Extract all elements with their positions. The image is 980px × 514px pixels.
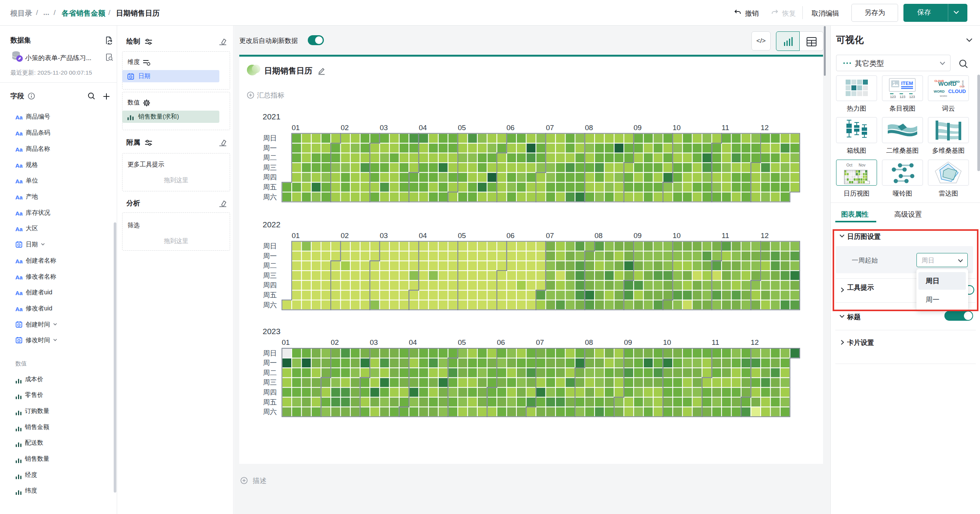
svg-text:09: 09 bbox=[624, 338, 632, 346]
svg-text:05: 05 bbox=[458, 338, 466, 346]
svg-text:11: 11 bbox=[712, 338, 719, 346]
svg-text:Nov: Nov bbox=[859, 163, 866, 167]
svg-text:周一: 周一 bbox=[263, 252, 277, 260]
svg-text:周六: 周六 bbox=[263, 193, 277, 201]
svg-text:01: 01 bbox=[282, 338, 290, 346]
svg-text:11: 11 bbox=[722, 232, 729, 240]
svg-text:周二: 周二 bbox=[263, 369, 277, 377]
svg-text:周二: 周二 bbox=[263, 154, 277, 162]
svg-text:周日: 周日 bbox=[263, 349, 277, 357]
svg-text:07: 07 bbox=[536, 338, 544, 346]
svg-text:2022: 2022 bbox=[263, 220, 281, 229]
svg-text:07: 07 bbox=[546, 232, 554, 240]
svg-text:Oct: Oct bbox=[846, 163, 853, 167]
svg-text:06: 06 bbox=[497, 338, 505, 346]
svg-text:CLOUD: CLOUD bbox=[948, 88, 966, 94]
svg-text:11: 11 bbox=[722, 124, 729, 132]
svg-text:周三: 周三 bbox=[263, 379, 277, 386]
svg-text:03: 03 bbox=[370, 338, 378, 346]
svg-text:周日: 周日 bbox=[263, 242, 277, 250]
svg-text:02: 02 bbox=[341, 232, 349, 240]
svg-text:03: 03 bbox=[380, 124, 388, 132]
svg-text:CLOUD: CLOUD bbox=[934, 80, 944, 82]
svg-text:周三: 周三 bbox=[263, 272, 277, 279]
svg-text:08: 08 bbox=[585, 338, 593, 346]
svg-text:周五: 周五 bbox=[263, 183, 277, 191]
svg-text:10: 10 bbox=[673, 124, 681, 132]
svg-text:04: 04 bbox=[419, 232, 427, 240]
svg-text:周六: 周六 bbox=[263, 301, 277, 309]
svg-text:2021: 2021 bbox=[263, 112, 281, 121]
svg-text:123: 123 bbox=[890, 95, 896, 99]
svg-text:06: 06 bbox=[506, 232, 514, 240]
svg-text:周四: 周四 bbox=[263, 173, 277, 181]
svg-text:01: 01 bbox=[292, 232, 300, 240]
svg-text:周五: 周五 bbox=[263, 291, 277, 299]
svg-text:10: 10 bbox=[663, 338, 671, 346]
svg-text:周四: 周四 bbox=[263, 281, 277, 289]
svg-text:WORD: WORD bbox=[950, 80, 960, 83]
svg-text:10: 10 bbox=[673, 232, 681, 240]
svg-text:ITEM: ITEM bbox=[901, 80, 913, 86]
svg-text:04: 04 bbox=[409, 338, 417, 346]
svg-text:周四: 周四 bbox=[263, 388, 277, 396]
svg-text:2023: 2023 bbox=[263, 327, 281, 336]
svg-text:123: 123 bbox=[909, 95, 915, 99]
svg-text:08: 08 bbox=[595, 232, 603, 240]
svg-text:WORD: WORD bbox=[934, 90, 945, 93]
svg-text:周五: 周五 bbox=[263, 398, 277, 406]
svg-text:12: 12 bbox=[761, 124, 769, 132]
svg-text:周一: 周一 bbox=[263, 359, 277, 367]
svg-text:02: 02 bbox=[341, 124, 349, 132]
svg-text:123: 123 bbox=[900, 95, 905, 99]
svg-text:09: 09 bbox=[634, 232, 642, 240]
svg-text:周二: 周二 bbox=[263, 262, 277, 269]
svg-text:09: 09 bbox=[634, 124, 642, 132]
svg-text:07: 07 bbox=[546, 124, 554, 132]
svg-text:06: 06 bbox=[506, 124, 514, 132]
svg-text:03: 03 bbox=[380, 232, 388, 240]
svg-text:05: 05 bbox=[458, 124, 466, 132]
svg-text:WORD: WORD bbox=[962, 80, 964, 88]
svg-text:08: 08 bbox=[585, 124, 593, 132]
svg-text:02: 02 bbox=[331, 338, 339, 346]
svg-text:12: 12 bbox=[761, 232, 769, 240]
svg-text:01: 01 bbox=[292, 124, 300, 132]
svg-text:周日: 周日 bbox=[263, 134, 277, 142]
svg-text:05: 05 bbox=[458, 232, 466, 240]
svg-text:周三: 周三 bbox=[263, 164, 277, 171]
svg-text:周一: 周一 bbox=[263, 144, 277, 152]
svg-text:12: 12 bbox=[751, 338, 759, 346]
svg-text:周六: 周六 bbox=[263, 408, 277, 416]
svg-text:04: 04 bbox=[419, 124, 427, 132]
svg-text:WORD: WORD bbox=[940, 95, 947, 97]
